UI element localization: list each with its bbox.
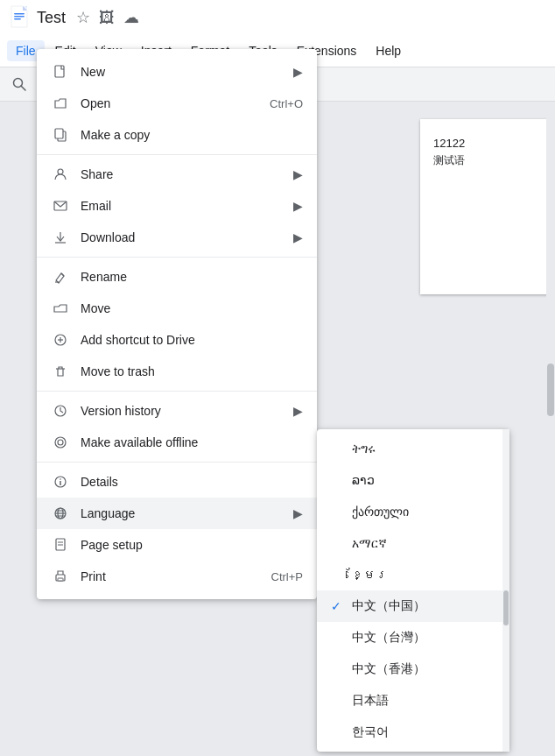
file-menu-section-4: Version history ▶ Make available offline	[37, 391, 317, 462]
svg-rect-4	[14, 18, 21, 20]
lang-label-korean: 한국어	[352, 724, 389, 740]
menu-item-move[interactable]: Move	[37, 293, 317, 324]
page-setup-label: Page setup	[81, 538, 303, 552]
menu-item-share[interactable]: Share ▶	[37, 159, 317, 190]
offline-label: Make available offline	[81, 435, 303, 449]
lang-label-khmer: ខ្មែរ	[352, 568, 388, 582]
menu-item-move-to-trash[interactable]: Move to trash	[37, 356, 317, 387]
image-icon[interactable]: 🖼	[99, 9, 115, 27]
lang-item-amharic[interactable]: አማርኛ	[317, 527, 509, 559]
move-label: Move	[81, 301, 303, 315]
trash-icon	[51, 362, 70, 381]
star-icon[interactable]: ☆	[76, 8, 90, 27]
new-arrow: ▶	[293, 65, 303, 79]
menu-item-add-shortcut[interactable]: Add shortcut to Drive	[37, 324, 317, 356]
print-label: Print	[81, 569, 257, 583]
details-label: Details	[81, 475, 303, 489]
lang-label-georgian: ქართული	[352, 505, 409, 519]
svg-point-21	[58, 440, 63, 445]
version-history-icon	[51, 401, 70, 420]
add-shortcut-label: Add shortcut to Drive	[81, 333, 303, 347]
lang-label-tigrinya: ትግሩ	[352, 442, 376, 456]
email-label: Email	[81, 199, 286, 213]
download-icon	[51, 228, 70, 247]
menu-item-page-setup[interactable]: Page setup	[37, 529, 317, 561]
lang-item-khmer[interactable]: ខ្មែរ	[317, 559, 509, 590]
lang-check-chinese-china: ✓	[331, 599, 348, 613]
menu-item-download[interactable]: Download ▶	[37, 222, 317, 253]
lang-label-chinese-hongkong: 中文（香港）	[352, 661, 425, 677]
scrollbar[interactable]	[546, 102, 555, 756]
language-label: Language	[81, 506, 286, 520]
new-label: New	[81, 65, 286, 79]
email-arrow: ▶	[293, 199, 303, 213]
doc-icon	[9, 4, 30, 32]
lang-item-japanese[interactable]: 日本語	[317, 685, 509, 717]
title-bar: Test ☆ 🖼 ☁	[0, 0, 555, 35]
rename-label: Rename	[81, 270, 303, 284]
rename-icon	[51, 267, 70, 286]
svg-rect-7	[55, 66, 64, 77]
lang-submenu-scrollbar-thumb[interactable]	[503, 590, 509, 625]
lang-label-chinese-china: 中文（中国）	[352, 598, 425, 614]
share-arrow: ▶	[293, 167, 303, 181]
file-menu-section-1: New ▶ Open Ctrl+O Make a copy	[37, 53, 317, 154]
lang-item-chinese-china[interactable]: ✓ 中文（中国）	[317, 590, 509, 622]
language-arrow: ▶	[293, 506, 303, 520]
menu-item-language[interactable]: Language ▶	[37, 498, 317, 529]
menu-item-details[interactable]: Details	[37, 466, 317, 498]
lang-label-lao: ລາວ	[352, 473, 375, 487]
version-history-arrow: ▶	[293, 404, 303, 418]
title-action-icons: ☆ 🖼 ☁	[76, 8, 139, 27]
email-icon	[51, 196, 70, 215]
lang-submenu-scrollbar[interactable]	[502, 429, 509, 752]
menu-item-print[interactable]: Print Ctrl+P	[37, 561, 317, 592]
lang-label-chinese-taiwan: 中文（台灣）	[352, 630, 425, 646]
copy-icon	[51, 125, 70, 145]
svg-rect-34	[58, 578, 63, 581]
svg-line-6	[21, 86, 25, 90]
document-page: 12122 测试语	[420, 119, 551, 294]
open-label: Open	[81, 96, 256, 110]
lang-item-chinese-hongkong[interactable]: 中文（香港）	[317, 654, 509, 685]
move-to-trash-label: Move to trash	[81, 364, 303, 378]
open-shortcut: Ctrl+O	[270, 97, 303, 110]
lang-label-amharic: አማርኛ	[352, 536, 387, 551]
lang-item-tigrinya[interactable]: ትግሩ	[317, 433, 509, 464]
cloud-icon[interactable]: ☁	[123, 8, 139, 27]
search-button[interactable]	[7, 72, 32, 96]
move-icon	[51, 299, 70, 318]
lang-label-japanese: 日本語	[352, 693, 389, 709]
version-history-label: Version history	[81, 404, 286, 418]
menu-item-email[interactable]: Email ▶	[37, 190, 317, 222]
offline-icon	[51, 433, 70, 452]
svg-rect-9	[55, 129, 63, 138]
menu-item-version-history[interactable]: Version history ▶	[37, 395, 317, 427]
page-setup-icon	[51, 535, 70, 555]
lang-item-chinese-taiwan[interactable]: 中文（台灣）	[317, 622, 509, 654]
lang-item-georgian[interactable]: ქართული	[317, 496, 509, 527]
file-dropdown-menu: New ▶ Open Ctrl+O Make a copy	[37, 49, 317, 599]
file-menu-section-5: Details Language ▶	[37, 462, 317, 596]
svg-point-24	[60, 478, 61, 480]
make-copy-label: Make a copy	[81, 128, 303, 142]
download-label: Download	[81, 230, 286, 244]
menu-item-open[interactable]: Open Ctrl+O	[37, 88, 317, 119]
share-label: Share	[81, 167, 286, 181]
share-icon	[51, 165, 70, 184]
menu-item-new[interactable]: New ▶	[37, 56, 317, 88]
svg-point-20	[55, 437, 66, 448]
doc-line-2: 测试语	[433, 153, 538, 168]
shortcut-icon	[51, 330, 70, 350]
menu-item-offline[interactable]: Make available offline	[37, 427, 317, 458]
scrollbar-thumb[interactable]	[547, 364, 554, 416]
menu-item-rename[interactable]: Rename	[37, 261, 317, 293]
lang-item-korean[interactable]: 한국어	[317, 717, 509, 748]
svg-point-10	[58, 169, 63, 174]
menu-item-help[interactable]: Help	[367, 40, 410, 61]
file-menu-section-3: Rename Move Add shortcut to Drive	[37, 257, 317, 391]
lang-item-lao[interactable]: ລາວ	[317, 464, 509, 496]
print-icon	[51, 567, 70, 586]
svg-rect-2	[14, 13, 25, 15]
menu-item-make-copy[interactable]: Make a copy	[37, 119, 317, 151]
